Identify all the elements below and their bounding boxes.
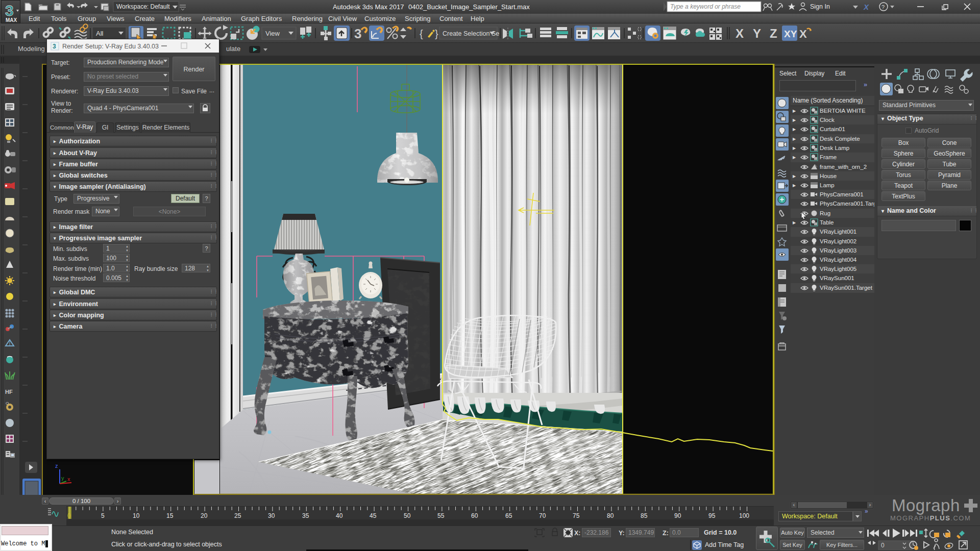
svg-text:}: } [435, 28, 438, 39]
svg-text:90: 90 [674, 512, 681, 519]
svg-text:Create Selection Se: Create Selection Se [443, 30, 499, 37]
svg-text:Autodesk 3ds Max 2017: Autodesk 3ds Max 2017 [333, 3, 404, 11]
svg-text:15: 15 [166, 512, 174, 519]
svg-text:Y: Y [753, 27, 761, 40]
svg-text:y: y [61, 475, 64, 481]
svg-text:35: 35 [302, 512, 309, 519]
svg-text:75: 75 [573, 512, 580, 519]
svg-text:80: 80 [607, 512, 614, 519]
svg-text:0: 0 [67, 512, 71, 519]
svg-text:10: 10 [133, 512, 140, 519]
svg-text:40: 40 [336, 512, 343, 519]
svg-text:X: X [799, 28, 807, 40]
svg-text:x: x [67, 476, 70, 482]
svg-text:70: 70 [539, 512, 546, 519]
svg-text:55: 55 [437, 512, 445, 519]
svg-text:0: 0 [881, 542, 885, 549]
svg-text:MAX: MAX [6, 17, 17, 23]
svg-text:50: 50 [404, 512, 411, 519]
svg-text:85: 85 [641, 512, 648, 519]
svg-text:X: X [863, 3, 869, 11]
svg-text:Z: Z [770, 27, 777, 40]
svg-text:?: ? [881, 4, 885, 10]
svg-text:45: 45 [370, 512, 377, 519]
svg-text:Type a keyword or phrase: Type a keyword or phrase [670, 3, 741, 10]
svg-text:5: 5 [101, 512, 105, 519]
svg-text:20: 20 [201, 512, 208, 519]
svg-text:{: { [420, 28, 423, 39]
svg-text:Workspace: Default: Workspace: Default [116, 3, 170, 10]
svg-text:z: z [55, 463, 58, 469]
svg-text:25: 25 [234, 512, 241, 519]
svg-text:View: View [265, 30, 280, 37]
svg-text:95: 95 [708, 512, 716, 519]
svg-text:O: O [6, 401, 9, 406]
svg-text:X: X [736, 27, 744, 40]
svg-text:3: 3 [53, 43, 56, 50]
svg-text:3: 3 [5, 2, 14, 19]
svg-text:0402_Bucket_Image_Sampler_Star: 0402_Bucket_Image_Sampler_Start.max [408, 3, 530, 11]
svg-text:65: 65 [505, 512, 512, 519]
svg-text:Sign In: Sign In [810, 3, 830, 10]
svg-text:3: 3 [354, 26, 361, 41]
svg-text:100: 100 [739, 512, 749, 519]
svg-text:30: 30 [268, 512, 275, 519]
svg-text:All: All [96, 30, 104, 37]
svg-text:Render Setup: V-Ray Edu 3.40.0: Render Setup: V-Ray Edu 3.40.03 [62, 43, 159, 50]
svg-text:HF: HF [5, 389, 13, 395]
svg-text:60: 60 [471, 512, 478, 519]
svg-text:XY: XY [784, 29, 797, 39]
